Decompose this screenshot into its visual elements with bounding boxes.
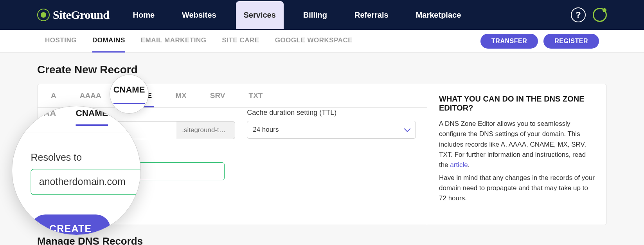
nav-websites[interactable]: Websites (174, 1, 224, 29)
help-panel: WHAT YOU CAN DO IN THE DNS ZONE EDITOR? … (427, 84, 606, 225)
help-title: WHAT YOU CAN DO IN THE DNS ZONE EDITOR? (439, 94, 595, 113)
magnifier-small-label: CNAME (113, 85, 145, 104)
nav-referrals[interactable]: Referrals (347, 1, 396, 29)
subnav-site-care[interactable]: SITE CARE (222, 29, 259, 53)
ttl-label: Cache duration setting (TTL) (247, 109, 416, 117)
subnav-email-marketing[interactable]: EMAIL MARKETING (141, 29, 207, 53)
record-tab-mx[interactable]: MX (173, 84, 189, 107)
register-button[interactable]: REGISTER (543, 34, 599, 49)
magnifier-small: CNAME (110, 74, 149, 114)
nav-marketplace[interactable]: Marketplace (408, 1, 469, 29)
main-nav: HomeWebsitesServicesBillingReferralsMark… (125, 1, 571, 29)
manage-records-title: Manage DNS Records (37, 235, 607, 245)
magnifier-large: AAAA CNAME Resolves to CREATE (12, 106, 141, 235)
page-title: Create New Record (37, 64, 607, 76)
nav-billing[interactable]: Billing (295, 1, 335, 29)
record-tab-aaaa[interactable]: AAAA (77, 84, 104, 107)
help-paragraph-1: A DNS Zone Editor allows you to seamless… (439, 119, 595, 171)
ttl-select[interactable]: 24 hours (247, 121, 416, 139)
name-suffix: .siteground-t… (176, 121, 235, 139)
nav-home[interactable]: Home (125, 1, 163, 29)
nav-services[interactable]: Services (236, 1, 284, 29)
mag-resolves-label: Resolves to (31, 152, 141, 163)
record-tab-a[interactable]: A (49, 84, 59, 107)
help-icon[interactable]: ? (571, 7, 586, 22)
brand-name: SiteGround (53, 8, 110, 22)
account-icon[interactable] (593, 8, 607, 22)
record-tab-txt[interactable]: TXT (246, 84, 265, 107)
subnav-hosting[interactable]: HOSTING (45, 29, 77, 53)
subnav-google-workspace[interactable]: GOOGLE WORKSPACE (275, 29, 353, 53)
help-text-1b: . (468, 161, 470, 169)
help-article-link[interactable]: article (450, 161, 468, 169)
brand-logo[interactable]: SiteGround (37, 8, 110, 22)
record-tab-srv[interactable]: SRV (208, 84, 228, 107)
sub-navbar: HOSTINGDOMAINSEMAIL MARKETINGSITE CAREGO… (0, 30, 644, 53)
topbar-actions: ? (571, 7, 607, 22)
top-navbar: SiteGround HomeWebsitesServicesBillingRe… (0, 0, 644, 30)
ttl-select-wrapper: 24 hours (247, 121, 416, 139)
record-type-tabs: AAAAACNAMEMXSRVTXT (38, 84, 427, 108)
logo-icon (37, 9, 50, 21)
help-paragraph-2: Have in mind that any changes in the rec… (439, 173, 595, 204)
services-subnav: HOSTINGDOMAINSEMAIL MARKETINGSITE CAREGO… (45, 29, 475, 53)
mag-resolves-input (31, 169, 141, 195)
transfer-button[interactable]: TRANSFER (480, 34, 538, 49)
subnav-domains[interactable]: DOMAINS (92, 29, 125, 53)
